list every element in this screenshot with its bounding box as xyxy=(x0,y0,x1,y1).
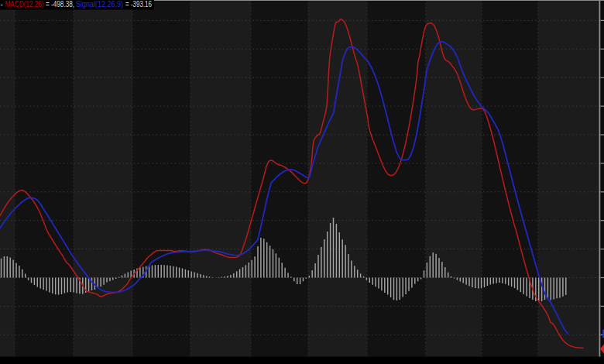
svg-text:= -393.16: = -393.16 xyxy=(125,0,152,9)
svg-text:Signal(12,26,9): Signal(12,26,9) xyxy=(76,0,123,9)
svg-text:-: - xyxy=(1,0,3,9)
svg-text:MACD(12,26): MACD(12,26) xyxy=(5,0,44,9)
svg-text:= -498.38,: = -498.38, xyxy=(46,0,74,9)
